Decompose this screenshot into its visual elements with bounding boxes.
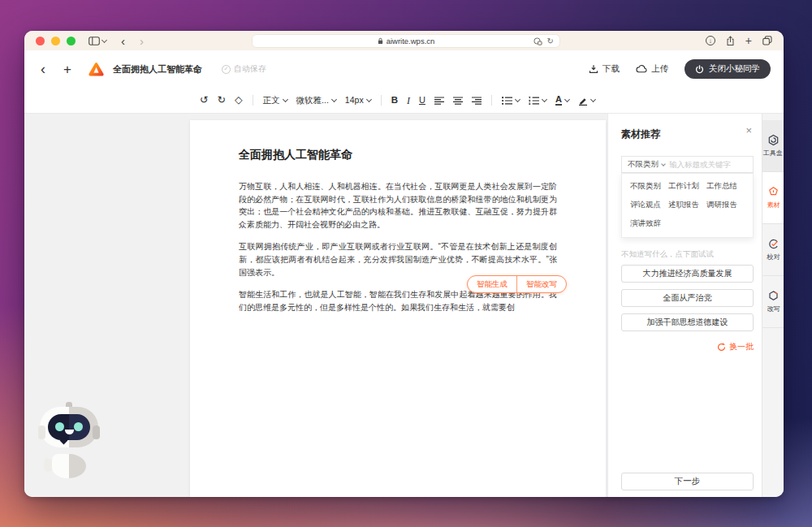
chevron-down-icon [515,97,520,102]
tab-overview-button[interactable] [762,36,772,45]
app-header: ‹ + 全面拥抱人工智能革命 ✓ 自动保存 [24,50,784,88]
category-option[interactable]: 工作总结 [706,181,745,192]
document-paragraph[interactable]: 互联网拥抱传统产业，即产业互联网或者行业互联网。“不管是在技术创新上还是制度创新… [239,240,557,279]
paragraph-style-value: 正文 [263,96,280,105]
close-window-button[interactable] [36,37,45,45]
document-page[interactable]: 全面拥抱人工智能革命 万物互联，人和人相连、人和机器相连。在当代社会，互联网更是… [190,120,606,497]
page-settings-icon[interactable] [533,37,542,45]
topic-suggestion-button[interactable]: 大力推进经济高质量发展 [621,265,754,283]
rail-tab-materials[interactable]: 素材 [762,172,784,224]
rail-tab-toolbox[interactable]: 工具盒 [762,120,784,172]
paragraph-style-dropdown[interactable]: 正文 [263,96,287,105]
download-button[interactable]: 下载 [589,63,620,75]
close-assistant-label: 关闭小秘同学 [709,63,760,75]
next-step-button[interactable]: 下一步 [621,473,754,490]
document-title-label: 全面拥抱人工智能革命 [113,63,202,76]
minimize-window-button[interactable] [51,37,60,45]
chevron-down-icon [661,162,666,166]
align-center-button[interactable] [453,97,463,105]
ai-rewrite-button[interactable]: 智能改写 [517,276,566,292]
align-left-button[interactable] [434,97,444,105]
share-button[interactable] [726,36,735,46]
underline-button[interactable]: U [419,96,425,105]
wps-logo[interactable] [88,62,105,77]
italic-button[interactable]: I [407,96,410,106]
font-color-letter: A [555,95,562,106]
font-size-dropdown[interactable]: 14px [345,96,371,105]
mascot-mouth [65,430,74,434]
materials-search-input[interactable] [669,160,747,169]
refresh-icon [717,343,726,352]
materials-panel-title: 素材推荐 [621,127,660,141]
rail-tab-proofread[interactable]: 校对 [762,224,784,276]
sidebar-toggle-button[interactable] [89,37,106,45]
mascot-ear [38,425,45,439]
ai-generate-button[interactable]: 智能生成 [468,276,516,292]
font-family-dropdown[interactable]: 微软雅... [296,96,336,105]
clear-format-button[interactable]: ◇ [235,95,243,106]
bullet-list-dropdown[interactable] [502,97,520,105]
category-dropdown-panel: 不限类别 工作计划 工作总结 评论观点 述职报告 调研报告 演讲致辞 [621,173,754,238]
materials-search-box[interactable]: 不限类别 [621,156,754,173]
new-document-button[interactable]: + [63,63,71,76]
mascot-eye [55,422,64,431]
reload-button[interactable]: ↻ [547,37,554,45]
rail-tab-rewrite[interactable]: 改写 [762,276,784,328]
browser-forward-button[interactable]: › [140,35,144,47]
autosave-label: 自动保存 [234,63,266,75]
redo-button[interactable]: ↻ [217,95,225,106]
url-text: aiwrite.wps.cn [387,37,435,45]
chevron-down-icon [590,97,596,102]
assistant-mascot[interactable] [37,402,102,479]
refresh-label: 换一批 [729,341,754,352]
rail-tab-label: 校对 [767,253,780,261]
category-option[interactable]: 调研报告 [706,200,745,210]
font-size-value: 14px [345,96,364,105]
close-assistant-button[interactable]: 关闭小秘同学 [685,59,771,79]
numbered-list-dropdown[interactable] [529,97,546,105]
category-filter-dropdown[interactable]: 不限类别 [628,159,665,170]
mascot-head [40,407,98,447]
undo-button[interactable]: ↺ [200,95,208,106]
category-filter-value: 不限类别 [628,159,659,170]
category-option[interactable]: 述职报告 [668,200,706,210]
power-icon [695,65,704,74]
close-panel-button[interactable]: × [745,124,752,136]
downloads-button[interactable]: ↓ [706,36,715,45]
mascot-chin [60,437,68,445]
category-option[interactable]: 工作计划 [668,181,706,192]
address-bar[interactable]: aiwrite.wps.cn ↻ [252,34,560,48]
mascot-ear [93,425,100,439]
upload-button[interactable]: 上传 [636,63,668,75]
topic-suggestion-button[interactable]: 全面从严治党 [621,289,754,307]
upload-label: 上传 [651,63,668,75]
editor-canvas: 全面拥抱人工智能革命 万物互联，人和人相连、人和机器相连。在当代社会，互联网更是… [24,114,607,497]
document-paragraph[interactable]: 万物互联，人和人相连、人和机器相连。在当代社会，互联网更是人类社会发展到一定阶段… [239,180,557,231]
url-display: aiwrite.wps.cn [378,37,435,45]
ai-inline-actions: 智能生成 智能改写 [467,275,567,293]
highlight-color-dropdown[interactable] [578,96,595,106]
chevron-down-icon [564,97,570,102]
proofread-icon [767,238,780,250]
toolbox-icon [767,134,780,146]
category-option[interactable]: 演讲致辞 [630,218,668,229]
topic-suggestion-button[interactable]: 加强干部思想道德建设 [621,313,754,331]
chevron-down-icon [102,37,107,42]
browser-window: ‹ › aiwrite.wps.cn ↻ ↓ [24,31,784,497]
browser-back-button[interactable]: ‹ [121,35,125,47]
cloud-upload-icon [636,65,647,73]
font-color-dropdown[interactable]: A [555,95,569,106]
align-right-button[interactable] [472,97,482,105]
check-circle-icon: ✓ [222,65,231,74]
bold-button[interactable]: B [391,96,398,106]
category-option[interactable]: 不限类别 [630,181,668,192]
tool-rail: 工具盒 素材 校对 改 [762,114,784,497]
category-option[interactable]: 评论观点 [630,200,668,210]
materials-panel: 素材推荐 × 不限类别 不限类别 工作计划 工作总结 评论观点 述职报告 调研报… [607,114,762,497]
document-heading[interactable]: 全面拥抱人工智能革命 [239,148,557,162]
fullscreen-window-button[interactable] [67,37,76,45]
new-tab-button[interactable]: + [745,35,752,46]
refresh-suggestions-button[interactable]: 换一批 [717,341,754,352]
autosave-status: ✓ 自动保存 [222,63,266,75]
app-back-button[interactable]: ‹ [41,62,45,76]
